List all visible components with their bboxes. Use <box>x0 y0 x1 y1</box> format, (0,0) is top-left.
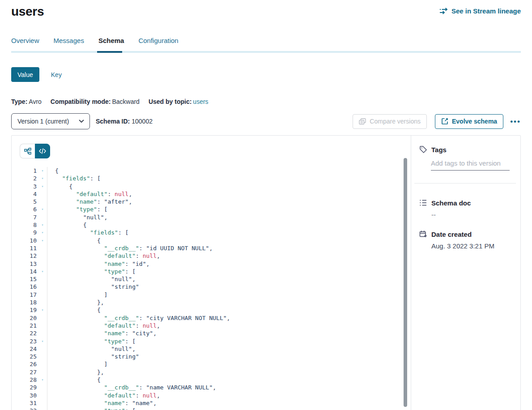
version-select[interactable]: Version 1 (current) <box>11 113 90 129</box>
fold-spacer <box>38 399 47 407</box>
fold-arrow-icon[interactable]: ▾ <box>38 407 47 410</box>
code-line[interactable]: { <box>47 167 411 175</box>
code-line[interactable]: "name": "city", <box>47 329 411 337</box>
line-number: 2 <box>20 175 38 182</box>
code-line[interactable]: "null", <box>47 275 411 283</box>
code-line[interactable]: "type": [ <box>47 205 411 213</box>
evolve-schema-button[interactable]: Evolve schema <box>435 114 503 129</box>
line-number: 15 <box>20 275 38 283</box>
fold-spacer <box>38 353 47 360</box>
line-number: 27 <box>20 368 38 376</box>
fold-arrow-icon[interactable]: ▾ <box>38 237 47 244</box>
code-line[interactable]: "name": "after", <box>47 198 411 205</box>
tags-title: Tags <box>431 146 447 154</box>
line-number: 32 <box>20 407 38 410</box>
code-line[interactable]: "default": null, <box>47 322 411 329</box>
topic-link[interactable]: users <box>193 98 208 105</box>
code-line[interactable]: ] <box>47 291 411 299</box>
version-select-value: Version 1 (current) <box>17 118 69 125</box>
code-view-button[interactable] <box>35 144 50 158</box>
fold-spacer <box>38 283 47 290</box>
compare-versions-button[interactable]: Compare versions <box>353 114 427 129</box>
code-lines[interactable]: { "fields": [ { "default": null, "name":… <box>47 167 411 410</box>
tab-overview[interactable]: Overview <box>11 37 39 45</box>
compatibility-field: Compatibility mode:Backward <box>51 98 140 105</box>
fold-arrow-icon[interactable]: ▾ <box>38 167 47 175</box>
more-options-button[interactable]: ••• <box>510 118 521 125</box>
code-line[interactable]: "__crdb__": "id UUID NOT NULL", <box>47 244 411 252</box>
fold-spacer <box>38 214 47 221</box>
fold-arrow-icon[interactable]: ▾ <box>38 229 47 236</box>
see-in-stream-lineage-label: See in Stream lineage <box>451 7 521 15</box>
code-line[interactable]: "__crdb__": "name VARCHAR NULL", <box>47 384 411 391</box>
code-line[interactable]: }, <box>47 368 411 376</box>
sidebar-divider <box>414 183 516 184</box>
code-line[interactable]: "fields": [ <box>47 175 411 182</box>
line-number: 4 <box>20 190 38 198</box>
fold-arrow-icon[interactable]: ▾ <box>38 337 47 345</box>
code-line[interactable]: "fields": [ <box>47 229 411 236</box>
key-tab-link[interactable]: Key <box>51 71 62 78</box>
code-line[interactable]: { <box>47 306 411 314</box>
code-line[interactable]: "__crdb__": "city VARCHAR NOT NULL", <box>47 314 411 322</box>
code-line[interactable]: "null", <box>47 345 411 353</box>
line-number: 14 <box>20 268 38 275</box>
code-line[interactable]: ] <box>47 360 411 368</box>
fold-spacer <box>38 314 47 322</box>
tab-messages[interactable]: Messages <box>54 37 84 45</box>
code-line[interactable]: "type": [ <box>47 268 411 275</box>
code-line[interactable]: { <box>47 221 411 229</box>
line-number: 22 <box>20 329 38 337</box>
line-number: 25 <box>20 353 38 360</box>
edit-icon <box>441 118 448 125</box>
line-number: 6 <box>20 205 38 213</box>
fold-arrow-icon[interactable]: ▾ <box>38 175 47 182</box>
active-tab-indicator <box>97 51 122 53</box>
code-line[interactable]: { <box>47 376 411 384</box>
schema-id-field: Schema ID:100002 <box>96 118 153 125</box>
see-in-stream-lineage-link[interactable]: See in Stream lineage <box>439 7 521 15</box>
fold-arrow-icon[interactable]: ▾ <box>38 376 47 384</box>
code-line[interactable]: "default": null, <box>47 252 411 260</box>
add-tags-input[interactable] <box>431 158 510 171</box>
code-line[interactable]: "type": [ <box>47 337 411 345</box>
schema-sidebar: Tags <box>411 136 520 410</box>
code-line[interactable]: "name": "name", <box>47 399 411 407</box>
line-number: 13 <box>20 260 38 268</box>
code-line[interactable]: "default": null, <box>47 392 411 399</box>
code-editor[interactable]: 1▾2▾3▾456▾78▾9▾10▾11121314▾1516171819▾20… <box>20 167 411 410</box>
used-by-topic-field: Used by topic:users <box>149 98 209 105</box>
code-line[interactable]: }, <box>47 299 411 306</box>
value-key-toggle: Value Key <box>11 67 521 82</box>
compatibility-value: Backward <box>112 98 139 105</box>
vertical-scrollbar[interactable] <box>404 158 407 407</box>
tab-bar: Overview Messages Schema Configuration <box>11 37 521 45</box>
code-line[interactable]: "default": null, <box>47 190 411 198</box>
code-line[interactable]: "name": "id", <box>47 260 411 268</box>
tree-view-button[interactable] <box>20 144 35 158</box>
fold-arrow-icon[interactable]: ▾ <box>38 268 47 275</box>
type-field: Type:Avro <box>11 98 42 105</box>
fold-spacer <box>38 392 47 399</box>
fold-arrow-icon[interactable]: ▾ <box>38 306 47 314</box>
code-line[interactable]: "string" <box>47 353 411 360</box>
line-number: 17 <box>20 291 38 299</box>
line-number: 9 <box>20 229 38 236</box>
tab-configuration[interactable]: Configuration <box>138 37 178 45</box>
value-tab-button[interactable]: Value <box>11 67 39 82</box>
fold-arrow-icon[interactable]: ▾ <box>38 221 47 229</box>
fold-arrow-icon[interactable]: ▾ <box>38 205 47 213</box>
code-line[interactable]: { <box>47 237 411 244</box>
code-line[interactable]: "null", <box>47 214 411 221</box>
list-icon <box>419 199 427 207</box>
code-line[interactable]: "type": [ <box>47 407 411 410</box>
tab-schema[interactable]: Schema <box>98 37 124 45</box>
calendar-icon <box>419 230 427 238</box>
schema-meta-row: Type:Avro Compatibility mode:Backward Us… <box>11 98 521 105</box>
fold-arrow-icon[interactable]: ▾ <box>38 183 47 190</box>
code-line[interactable]: { <box>47 183 411 190</box>
line-number: 11 <box>20 244 38 252</box>
schema-viewer: 1▾2▾3▾456▾78▾9▾10▾11121314▾1516171819▾20… <box>12 136 411 410</box>
code-line[interactable]: "string" <box>47 283 411 290</box>
tree-view-icon <box>24 148 31 155</box>
